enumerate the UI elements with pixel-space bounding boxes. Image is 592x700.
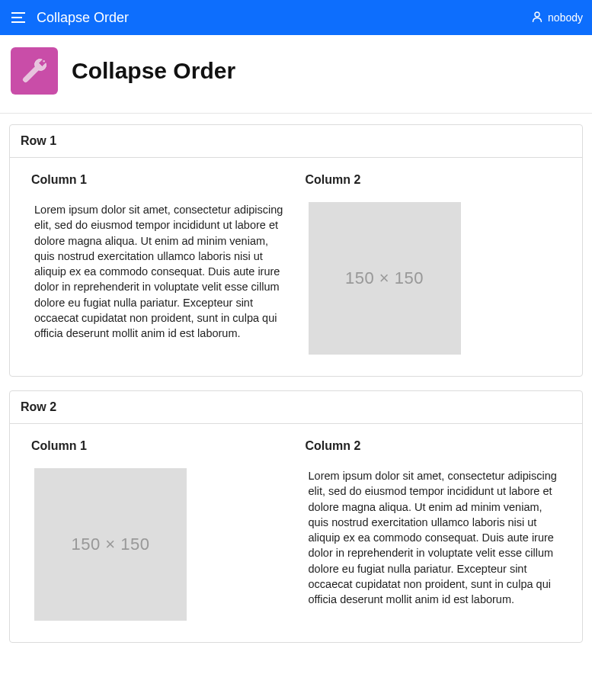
menu-icon[interactable] [9, 8, 29, 27]
svg-rect-0 [11, 12, 25, 14]
card-row-1: Row 1 Column 1 Lorem ipsum dolor sit ame… [9, 124, 583, 377]
topbar: Collapse Order nobody [0, 0, 592, 35]
card-row-2: Row 2 Column 1 150 × 150 Column 2 Lorem … [9, 390, 583, 643]
col-1: Column 1 150 × 150 [22, 439, 296, 621]
row: Column 1 150 × 150 Column 2 Lorem ipsum … [22, 439, 570, 621]
col-text: Lorem ipsum dolor sit amet, consectetur … [31, 202, 287, 342]
user-menu[interactable]: nobody [531, 11, 583, 25]
page-header: Collapse Order [0, 35, 592, 114]
col-2: Column 2 Lorem ipsum dolor sit amet, con… [296, 439, 571, 621]
placeholder-label: 150 × 150 [72, 535, 150, 554]
svg-point-3 [535, 12, 539, 17]
card-header: Row 2 [10, 391, 582, 424]
col-title: Column 1 [31, 439, 287, 453]
card-body: Column 1 150 × 150 Column 2 Lorem ipsum … [10, 424, 582, 642]
col-title: Column 2 [306, 173, 562, 187]
placeholder-label: 150 × 150 [345, 268, 424, 288]
image-placeholder: 150 × 150 [309, 202, 461, 355]
page-title: Collapse Order [72, 58, 235, 84]
svg-point-5 [45, 63, 46, 65]
topbar-title: Collapse Order [37, 10, 129, 26]
topbar-left: Collapse Order [9, 8, 129, 27]
page-icon-wrench [11, 47, 58, 95]
col-2: Column 2 150 × 150 [296, 173, 571, 355]
svg-rect-1 [11, 17, 22, 18]
user-label: nobody [548, 11, 583, 24]
svg-point-4 [43, 60, 45, 63]
card-header: Row 1 [10, 125, 582, 158]
svg-rect-2 [11, 21, 25, 23]
user-icon [531, 11, 543, 25]
row: Column 1 Lorem ipsum dolor sit amet, con… [22, 173, 570, 355]
content: Row 1 Column 1 Lorem ipsum dolor sit ame… [0, 114, 592, 672]
col-title: Column 1 [31, 173, 287, 187]
image-placeholder: 150 × 150 [34, 468, 187, 621]
card-body: Column 1 Lorem ipsum dolor sit amet, con… [10, 158, 582, 376]
col-text: Lorem ipsum dolor sit amet, consectetur … [306, 468, 562, 608]
col-1: Column 1 Lorem ipsum dolor sit amet, con… [22, 173, 296, 355]
col-title: Column 2 [306, 439, 562, 453]
